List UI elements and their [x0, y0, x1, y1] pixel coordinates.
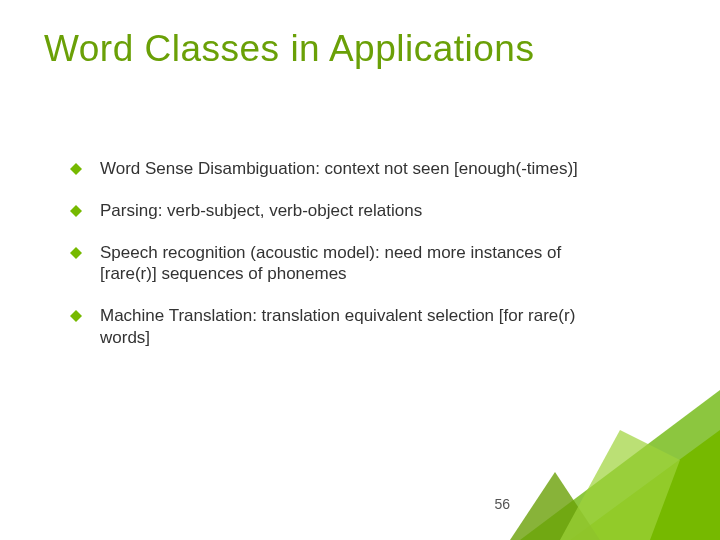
list-item-text: Speech recognition (acoustic model): nee…: [100, 242, 590, 286]
list-item: Machine Translation: translation equival…: [70, 305, 590, 349]
list-item: Parsing: verb-subject, verb-object relat…: [70, 200, 590, 222]
list-item-text: Machine Translation: translation equival…: [100, 305, 590, 349]
svg-marker-0: [70, 163, 82, 175]
bullet-icon: [70, 163, 82, 175]
list-item: Speech recognition (acoustic model): nee…: [70, 242, 590, 286]
list-item: Word Sense Disambiguation: context not s…: [70, 158, 590, 180]
bullet-icon: [70, 310, 82, 322]
slide-number: 56: [494, 496, 510, 512]
bullet-icon: [70, 205, 82, 217]
svg-marker-1: [70, 205, 82, 217]
bullet-icon: [70, 247, 82, 259]
svg-marker-2: [70, 247, 82, 259]
corner-decoration: [510, 390, 720, 540]
svg-marker-3: [70, 310, 82, 322]
list-item-text: Parsing: verb-subject, verb-object relat…: [100, 200, 590, 222]
list-item-text: Word Sense Disambiguation: context not s…: [100, 158, 590, 180]
bullet-list: Word Sense Disambiguation: context not s…: [70, 158, 590, 369]
slide-title: Word Classes in Applications: [44, 28, 534, 70]
slide: Word Classes in Applications Word Sense …: [0, 0, 720, 540]
